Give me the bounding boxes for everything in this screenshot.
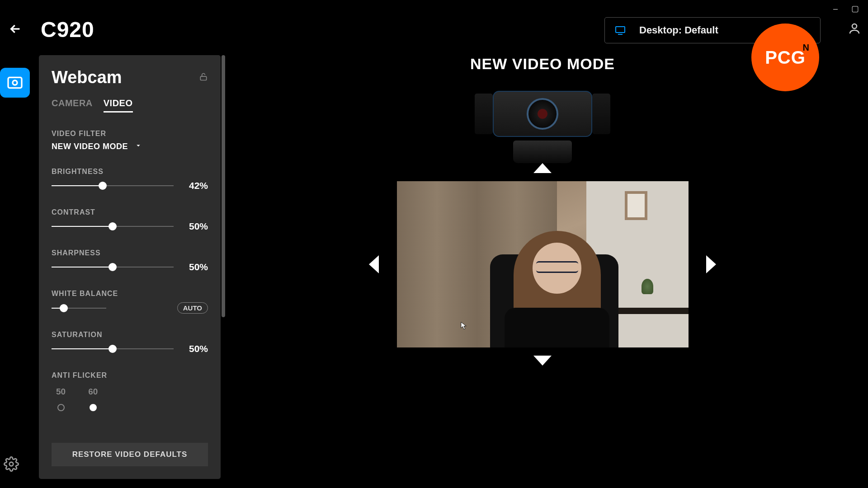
svg-rect-0 [616,27,625,33]
preview-area: NEW VIDEO MODE [244,55,841,470]
brand-badge: PCG N [751,23,819,91]
account-button[interactable] [848,22,861,37]
svg-point-5 [9,462,14,466]
brightness-slider[interactable] [52,185,174,186]
desktop-profile-label: Desktop: Default [639,24,718,36]
gear-icon [4,456,19,472]
lock-open-icon [199,72,208,82]
chevron-down-icon [134,141,142,151]
anti-flicker-label: ANTI FLICKER [52,371,208,380]
anti-flicker-50-label: 50 [56,387,66,397]
anti-flicker-60-radio[interactable] [90,404,97,411]
contrast-label: CONTRAST [52,208,208,216]
monitor-icon [615,25,626,36]
settings-button[interactable] [4,456,19,474]
pan-left-button[interactable] [369,255,379,273]
brightness-value: 42% [182,180,208,191]
svg-point-4 [13,80,17,85]
webcam-live-preview [397,181,689,347]
brand-text: PCG [765,47,806,68]
user-icon [848,22,861,35]
video-filter-dropdown[interactable]: NEW VIDEO MODE [52,141,208,151]
restore-defaults-button[interactable]: RESTORE VIDEO DEFAULTS [52,443,208,466]
tabs: CAMERA VIDEO [52,98,208,113]
cursor-icon [461,322,467,331]
video-filter-value: NEW VIDEO MODE [52,142,128,151]
header: C920 Desktop: Default [0,0,868,42]
svg-point-2 [852,24,857,28]
sidebar-scrollbar[interactable] [221,55,227,479]
brightness-label: BRIGHTNESS [52,168,208,176]
svg-rect-6 [200,76,206,80]
sharpness-slider[interactable] [52,267,174,267]
contrast-value: 50% [182,221,208,232]
webcam-icon [6,74,24,92]
back-button[interactable] [8,22,23,38]
webcam-device-image [475,91,610,163]
brand-superscript: N [803,42,809,53]
pan-up-button[interactable] [533,163,552,173]
svg-rect-3 [8,77,22,88]
anti-flicker-60-label: 60 [88,387,98,397]
video-filter-label: VIDEO FILTER [52,130,208,138]
white-balance-auto-toggle[interactable]: AUTO [177,302,208,314]
sharpness-label: SHARPNESS [52,249,208,257]
white-balance-label: WHITE BALANCE [52,290,208,298]
saturation-slider[interactable] [52,348,174,349]
webcam-tab-button[interactable] [0,68,30,98]
sharpness-value: 50% [182,262,208,272]
unlock-button[interactable] [199,72,208,84]
settings-panel: Webcam CAMERA VIDEO VIDEO FILTER NEW VID… [39,55,221,479]
arrow-left-icon [8,22,23,36]
pan-right-button[interactable] [706,255,716,273]
tab-video[interactable]: VIDEO [104,98,133,113]
tab-camera[interactable]: CAMERA [52,98,93,113]
saturation-value: 50% [182,343,208,354]
contrast-slider[interactable] [52,226,174,227]
saturation-label: SATURATION [52,331,208,339]
white-balance-slider[interactable] [52,308,106,309]
anti-flicker-50-radio[interactable] [57,404,65,411]
device-title: C920 [41,17,94,42]
panel-title: Webcam [52,68,122,87]
pan-down-button[interactable] [533,356,552,366]
